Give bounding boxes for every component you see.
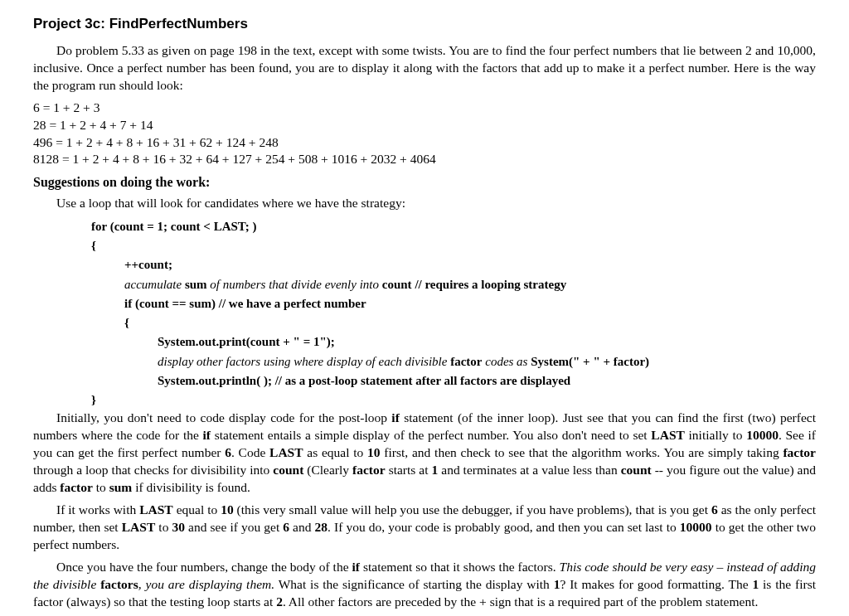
suggestions-heading: Suggestions on doing the work:: [33, 173, 816, 192]
pseudocode-block: for (count = 1; count < LAST; ) { ++coun…: [91, 217, 816, 410]
code-line: ++count;: [124, 255, 816, 274]
code-line: accumulate sum of numbers that divide ev…: [124, 275, 816, 294]
output-line: 8128 = 1 + 2 + 4 + 8 + 16 + 32 + 64 + 12…: [33, 151, 816, 168]
code-line: }: [91, 390, 816, 410]
code-line: for (count = 1; count < LAST; ): [91, 217, 816, 236]
code-line: if (count == sum) // we have a perfect n…: [124, 294, 816, 313]
code-em: of numbers that divide evenly into: [207, 278, 382, 291]
output-line: 28 = 1 + 2 + 4 + 7 + 14: [33, 117, 816, 134]
project-title: Project 3c: FindPerfectNumbers: [33, 15, 816, 34]
code-bold: System(" + " + factor): [531, 355, 649, 368]
use-loop-sentence: Use a loop that will look for candidates…: [33, 195, 816, 212]
output-line: 496 = 1 + 2 + 4 + 8 + 16 + 31 + 62 + 124…: [33, 134, 816, 152]
code-em: accumulate: [124, 278, 185, 291]
code-bold: factor: [450, 355, 482, 368]
code-line: {: [91, 236, 816, 255]
code-em: codes as: [482, 355, 531, 368]
sample-output: 6 = 1 + 2 + 3 28 = 1 + 2 + 4 + 7 + 14 49…: [33, 99, 816, 169]
code-line: display other factors using where displa…: [158, 352, 816, 371]
explain-paragraph-1: Initially, you don't need to code displa…: [33, 410, 816, 497]
code-bold: sum: [185, 278, 207, 291]
code-line: System.out.print(count + " = 1");: [158, 332, 816, 352]
code-line: {: [124, 313, 816, 332]
code-em: display other factors using where displa…: [158, 355, 450, 368]
explain-paragraph-2: If it works with LAST equal to 10 (this …: [33, 502, 816, 554]
explain-paragraph-3: Once you have the four numbers, change t…: [33, 559, 816, 611]
code-bold: count: [382, 278, 412, 291]
code-comment: // requires a looping strategy: [412, 278, 567, 291]
code-line: System.out.println( ); // as a post-loop…: [158, 371, 816, 390]
intro-paragraph: Do problem 5.33 as given on page 198 in …: [33, 42, 816, 95]
output-line: 6 = 1 + 2 + 3: [33, 99, 816, 117]
